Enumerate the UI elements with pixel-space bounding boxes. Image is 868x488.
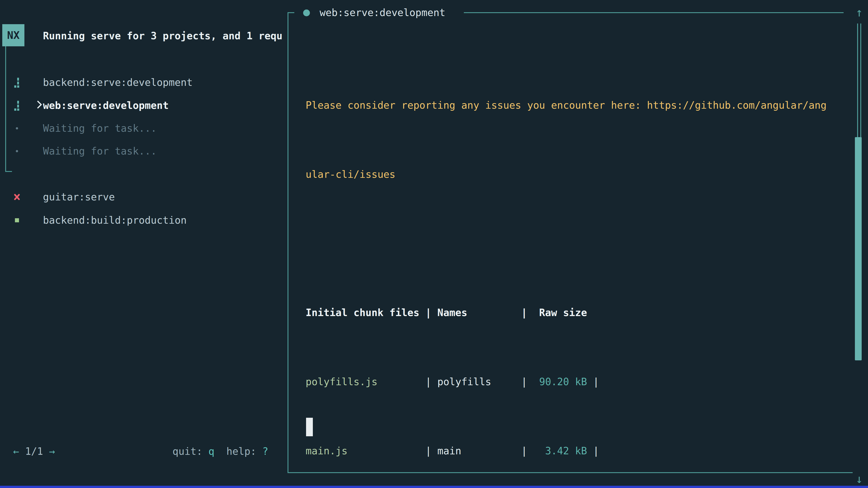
task-row-backend-serve[interactable]: backend:serve:development <box>0 71 287 94</box>
pager: ← 1/1 → <box>13 440 55 463</box>
task-row-web-serve[interactable]: web:serve:development <box>0 94 287 117</box>
waiting-dot-icon <box>13 146 21 156</box>
shortcut-help-key: ? <box>262 446 268 457</box>
task-row-waiting-1[interactable]: Waiting for task... <box>0 117 287 140</box>
scroll-up-button[interactable]: ↑ <box>851 1 867 24</box>
task-label: guitar:serve <box>43 186 115 208</box>
github-issues-link[interactable]: ular-cli/issues <box>306 168 395 180</box>
task-label: backend:build:production <box>43 209 187 232</box>
task-row-backend-build[interactable]: backend:build:production <box>0 209 287 232</box>
terminal-text: | main | <box>347 445 527 457</box>
terminal-text: 3.42 kB <box>527 445 587 457</box>
panel-border-top <box>464 12 844 13</box>
terminal-line: ular-cli/issues <box>306 163 827 186</box>
pager-count: 1/1 <box>25 446 43 457</box>
bottom-accent-bar <box>0 486 868 488</box>
task-label: Waiting for task... <box>43 140 157 163</box>
terminal-text: | <box>587 376 599 387</box>
terminal-line <box>306 232 827 255</box>
terminal-text: main.js <box>306 445 347 457</box>
sidebar-title: Running serve for 3 projects, and 1 requ <box>43 24 287 47</box>
terminal-text: | <box>587 445 599 457</box>
terminal-text: Initial chunk files | Names | Raw size <box>306 307 587 318</box>
terminal-text: polyfills.js <box>306 376 377 387</box>
task-row-waiting-2[interactable]: Waiting for task... <box>0 140 287 163</box>
panel-border-top <box>287 12 294 13</box>
task-row-guitar-serve[interactable]: guitar:serve <box>0 186 287 208</box>
pager-prev-button[interactable]: ← <box>13 446 19 457</box>
panel-title: web:serve:development <box>320 1 445 24</box>
shortcut-help-label: help: <box>226 446 256 457</box>
terminal-line: Please consider reporting any issues you… <box>306 94 827 117</box>
task-tree-line-foot <box>5 171 12 172</box>
chunk-table-row: main.js | main | 3.42 kB | <box>306 440 827 462</box>
task-status-dot-icon <box>303 9 310 16</box>
spinner-icon <box>13 101 21 110</box>
waiting-dot-icon <box>13 123 21 133</box>
scrollbar-thumb[interactable] <box>855 137 862 360</box>
terminal-cursor <box>306 418 313 436</box>
terminal-text: 90.20 kB <box>527 376 587 387</box>
github-issues-link[interactable]: https://github.com/angular/ang <box>647 99 827 111</box>
terminal-text: Please consider reporting any issues you… <box>306 99 647 111</box>
shortcut-quit-label: quit: <box>173 446 202 457</box>
nx-logo: NX <box>2 24 24 46</box>
failed-x-icon <box>13 192 21 202</box>
scroll-down-button[interactable]: ↓ <box>851 467 867 488</box>
shortcut-quit-key: q <box>209 446 215 457</box>
terminal-output: Please consider reporting any issues you… <box>306 48 827 488</box>
panel-border-left <box>287 12 288 473</box>
task-label: backend:serve:development <box>43 71 193 94</box>
chunk-table-row: polyfills.js | polyfills | 90.20 kB | <box>306 370 827 393</box>
terminal-text: | polyfills | <box>377 376 527 387</box>
task-label: Waiting for task... <box>43 117 157 140</box>
chunk-table-header: Initial chunk files | Names | Raw size <box>306 301 827 324</box>
task-label-selected: web:serve:development <box>43 94 168 117</box>
pager-next-button[interactable]: → <box>49 446 55 457</box>
success-square-icon <box>13 215 21 225</box>
scrollbar-track[interactable] <box>857 24 861 137</box>
shortcut-hints: quit: q help: ? <box>173 440 268 463</box>
nx-terminal-ui: NX Running serve for 3 projects, and 1 r… <box>0 0 868 488</box>
